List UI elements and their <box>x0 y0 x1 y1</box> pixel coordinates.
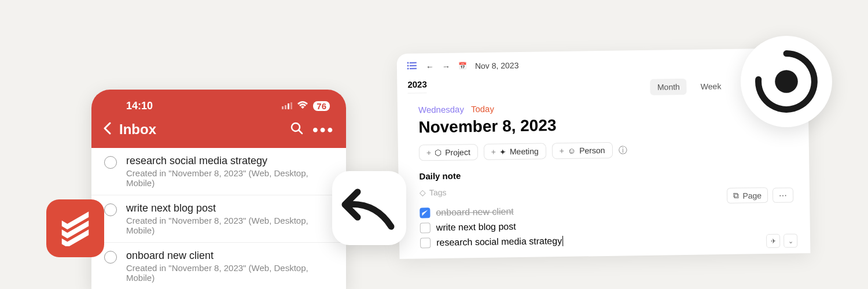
search-icon[interactable] <box>290 121 304 138</box>
toolbar-date: Nov 8, 2023 <box>475 61 519 71</box>
calendar-icon: 📅 <box>458 62 467 70</box>
check-circle[interactable] <box>104 251 117 264</box>
capacities-logo-icon <box>741 36 832 127</box>
phone-header: 14:10 76 Inbox ●●● <box>91 90 346 148</box>
checkbox[interactable] <box>420 223 431 233</box>
today-label: Today <box>471 104 494 114</box>
status-indicators: 76 <box>282 100 330 112</box>
task-meta: Created in "November 8, 2023" (Web, Desk… <box>126 168 333 188</box>
open-page-button[interactable]: ⧉Page <box>727 187 768 203</box>
cube-icon: ⬡ <box>435 148 442 157</box>
tab-month[interactable]: Month <box>650 79 687 95</box>
task-title: research social media strategy <box>126 155 333 167</box>
tag-icon: ◇ <box>420 188 426 197</box>
nav-title: Inbox <box>119 121 282 138</box>
chevron-down-icon[interactable]: ⌄ <box>784 234 797 247</box>
svg-point-10 <box>407 65 409 66</box>
weekday-row: Wednesday Today <box>418 100 788 115</box>
task-row[interactable]: write next blog post Created in "Novembe… <box>91 195 346 243</box>
svg-point-9 <box>407 62 409 64</box>
date-heading: November 8, 2023 <box>418 113 788 137</box>
page-more-button[interactable]: ⋯ <box>773 187 793 203</box>
task-meta: Created in "November 8, 2023" (Web, Desk… <box>126 263 333 283</box>
section-label: Daily note <box>419 166 788 181</box>
bottom-controls: ✈ ⌄ <box>766 234 797 248</box>
svg-point-12 <box>775 70 798 93</box>
content: Wednesday Today November 8, 2023 +⬡Proje… <box>398 91 811 259</box>
list-icon[interactable] <box>407 61 418 71</box>
pill-person[interactable]: +☺Person <box>552 142 613 159</box>
task-list: research social media strategy Created i… <box>91 148 346 289</box>
battery-badge: 76 <box>313 101 330 111</box>
info-icon[interactable]: ⓘ <box>618 144 627 155</box>
meeting-icon: ✦ <box>499 147 506 156</box>
svg-rect-1 <box>285 105 286 109</box>
page-controls: ⧉Page ⋯ <box>727 187 793 203</box>
task-title: write next blog post <box>126 202 333 214</box>
check-circle[interactable] <box>104 156 117 169</box>
pill-meeting[interactable]: +✦Meeting <box>484 143 546 160</box>
todoist-logo-icon <box>46 199 104 257</box>
weekday: Wednesday <box>418 104 464 114</box>
task-row[interactable]: onboard new client Created in "November … <box>91 243 346 289</box>
check-circle[interactable] <box>104 203 117 216</box>
nav-bar: Inbox ●●● <box>91 116 346 148</box>
status-bar: 14:10 76 <box>91 97 346 116</box>
task-row[interactable]: research social media strategy Created i… <box>91 148 346 195</box>
back-icon[interactable] <box>103 122 111 137</box>
checkbox[interactable] <box>420 238 431 248</box>
external-icon: ⧉ <box>733 191 739 201</box>
status-time: 14:10 <box>126 100 153 112</box>
todo-text: onboard new client <box>436 206 514 218</box>
person-icon: ☺ <box>568 146 576 155</box>
back-arrow-icon[interactable]: ← <box>426 62 434 71</box>
signal-icon <box>282 100 292 112</box>
wifi-icon <box>297 100 308 112</box>
tab-week[interactable]: Week <box>694 78 729 95</box>
task-title: onboard new client <box>126 250 333 262</box>
checkbox-done[interactable] <box>420 208 430 218</box>
pill-project[interactable]: +⬡Project <box>419 144 478 161</box>
svg-rect-2 <box>288 103 289 109</box>
svg-line-5 <box>299 130 302 134</box>
todoist-phone: 14:10 76 Inbox ●●● research social media… <box>91 90 346 289</box>
todo-text: write next blog post <box>436 221 516 233</box>
svg-rect-0 <box>282 106 284 109</box>
fwd-arrow-icon[interactable]: → <box>442 61 450 71</box>
pill-row: +⬡Project +✦Meeting +☺Person ⓘ <box>419 140 788 161</box>
more-icon[interactable]: ●●● <box>312 124 334 136</box>
todo-text: research social media strategy <box>436 236 563 248</box>
send-icon[interactable]: ✈ <box>766 234 780 248</box>
svg-rect-3 <box>290 102 292 109</box>
reply-arrow-icon <box>332 171 406 245</box>
svg-point-11 <box>407 68 409 69</box>
task-meta: Created in "November 8, 2023" (Web, Desk… <box>126 216 333 235</box>
